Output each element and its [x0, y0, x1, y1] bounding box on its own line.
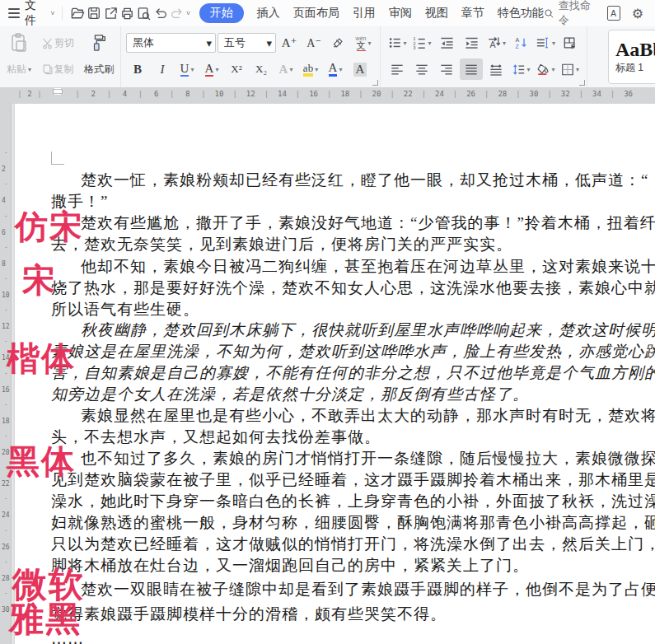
open-file-icon[interactable]: [69, 4, 86, 22]
save-icon[interactable]: [86, 4, 102, 22]
svg-text:A: A: [490, 40, 497, 49]
paragraph-group: ▾ 123▾ A▾ AZ ▾ F: [381, 26, 587, 87]
tab-page-layout[interactable]: 页面布局: [293, 6, 339, 21]
align-left-button[interactable]: [386, 58, 409, 80]
print-icon[interactable]: [119, 4, 136, 22]
h-ruler[interactable]: | 2 | 2|4|6|8|10|12|14|16|18|20|22|24|26…: [0, 87, 655, 105]
text-effects-button[interactable]: A▾: [274, 58, 297, 80]
bold-button[interactable]: B: [126, 58, 149, 80]
annotation-song: 宋: [22, 264, 57, 296]
chevron-down-icon[interactable]: ∨: [50, 10, 56, 16]
text-line: 头，不去想水声，又想起如何去找份差事做。: [51, 427, 655, 448]
text-line: 他却不知，素娘今日被冯二狗纠缠，甚至抱着压在河边草丛里，这对素娘来说十: [51, 255, 655, 277]
increase-indent-button[interactable]: [460, 32, 483, 54]
paragraph-dialog-launcher[interactable]: [579, 80, 585, 86]
font-name-select[interactable]: 黑体▾: [126, 33, 216, 53]
text-line: 素娘显然在屋里也是有些小心，不敢弄出太大的动静，那水声时有时无，楚欢将: [51, 405, 655, 427]
print-preview-icon[interactable]: [136, 4, 152, 22]
distribute-button[interactable]: [484, 58, 508, 80]
highlight-button[interactable]: ab▾: [299, 58, 322, 80]
annotation-kaiti: 楷体: [7, 342, 76, 375]
shrink-font-button[interactable]: A⁻: [302, 32, 325, 54]
text-line: 去，楚欢无奈笑笑，见到素娘进门后，便将房门关的严严实实。: [51, 234, 655, 255]
numbering-button[interactable]: 123▾: [410, 32, 433, 54]
text-line: 也不知过了多久，素娘的房门才悄悄打开一条缝隙，随后慢慢拉大，素娘微微探: [51, 448, 655, 469]
shading-icon: [536, 63, 550, 76]
copy-button: 复制: [40, 58, 76, 80]
text-line: 只以为楚欢已经睡着，这才做贼似的悄悄打开门，将洗澡水倒了出去，然后关上门，: [51, 534, 655, 555]
a-frame-icon[interactable]: A: [607, 6, 620, 21]
search-command[interactable]: 查找命令: [544, 0, 596, 28]
indent-marker[interactable]: [58, 87, 66, 104]
document-page[interactable]: 楚欢一怔，素娘粉颊却已经有些泛红，瞪了他一眼，却又抢过木桶，低声道：“撒手！”楚…: [15, 104, 655, 644]
paragraph: 秋夜幽静，楚欢回到木床躺下，很快就听到屋里水声哗哗响起来，楚欢这时候明素娘这是在…: [51, 320, 655, 405]
toolbar-more-icon[interactable]: ∨: [185, 10, 191, 16]
text-line: 所以语气有些生硬。: [51, 298, 655, 320]
paragraph-layout-button[interactable]: ▾: [534, 32, 557, 54]
tab-special-features[interactable]: 特色功能: [498, 6, 544, 21]
line-spacing-button[interactable]: ▾: [509, 58, 532, 80]
align-center-button[interactable]: [410, 58, 433, 80]
paragraph: 素娘显然在屋里也是有些小心，不敢弄出太大的动静，那水声时有时无，楚欢将头，不去想…: [51, 405, 655, 448]
hamburger-icon[interactable]: [8, 6, 20, 21]
sort-icon: AZ: [514, 36, 528, 49]
shading-button[interactable]: ▾: [534, 58, 557, 80]
font-color-button[interactable]: A▾: [324, 58, 347, 80]
justify-icon: [465, 63, 478, 76]
text-line: 楚欢有些尴尬，撒开了手，素娘没好气地道：“少管我的事！”拎着木桶，扭着纤: [51, 212, 655, 234]
underline-button[interactable]: U▾: [175, 58, 199, 80]
tab-references[interactable]: 引用: [353, 6, 376, 21]
justify-button[interactable]: [460, 58, 483, 80]
text-line: 秋夜幽静，楚欢回到木床躺下，很快就听到屋里水声哗哗响起来，楚欢这时候明: [51, 320, 655, 341]
svg-text:Z: Z: [515, 44, 519, 49]
svg-text:F: F: [571, 43, 575, 49]
undo-icon[interactable]: [152, 4, 169, 22]
grow-font-button[interactable]: A⁺: [278, 32, 301, 54]
clear-format-button[interactable]: [327, 32, 350, 54]
italic-button[interactable]: I: [151, 58, 174, 80]
text-line: ……: [51, 626, 655, 644]
subscript-button[interactable]: X₂: [250, 58, 273, 80]
table-f-icon: F: [563, 36, 578, 49]
borders-button[interactable]: ▾: [559, 58, 582, 80]
annotation-fangsong: 仿宋: [15, 210, 84, 243]
tab-view[interactable]: 视图: [425, 6, 448, 21]
style-preview: AaBb: [615, 39, 655, 60]
phonetic-guide-button[interactable]: wén文▾: [352, 32, 375, 54]
align-right-button[interactable]: [435, 58, 458, 80]
text-line: 妇就像熟透的蜜桃一般，身材匀称，细腰圆臀，酥胸饱满将那青色小褂高高撑起，砸: [51, 512, 655, 534]
table-f-button[interactable]: F: [559, 32, 582, 54]
superscript-button[interactable]: X²: [225, 58, 248, 80]
font-size-select[interactable]: 五号▾: [218, 33, 276, 53]
ruler-left-number: 2: [27, 90, 31, 98]
font-dialog-launcher[interactable]: [372, 80, 378, 86]
align-center-icon: [415, 63, 428, 76]
text-line: 楚欢一怔，素娘粉颊却已经有些泛红，瞪了他一眼，却又抢过木桶，低声道：“: [51, 170, 655, 191]
gear-icon[interactable]: ⚙: [632, 6, 643, 21]
style-gallery[interactable]: AaBb 标题 1: [608, 30, 655, 84]
document-area: 楚欢一怔，素娘粉颊却已经有些泛红，瞪了他一眼，却又抢过木桶，低声道：“撒手！”楚…: [0, 104, 655, 644]
sort-button[interactable]: AZ: [509, 32, 532, 54]
format-painter-button[interactable]: 格式刷: [82, 58, 115, 80]
text-line: 觉得素娘蹑手蹑脚模样十分的滑稽，颇有些哭笑不得。: [51, 601, 655, 626]
annotation-weiruan: 微软: [12, 567, 85, 602]
font-group: 黑体▾ 五号▾ A⁺ A⁻ wén文▾ B I U▾ A▾ X² X₂ A▾ a…: [121, 26, 381, 87]
text-direction-button[interactable]: A▾: [484, 32, 508, 54]
char-border-button[interactable]: A▾: [200, 58, 223, 80]
char-shading-button[interactable]: A: [349, 58, 372, 80]
decrease-indent-button[interactable]: [435, 32, 458, 54]
export-icon[interactable]: [103, 4, 119, 22]
ribbon: 剪切 粘贴▾ 复制 格式刷 黑体▾ 五号▾ A⁺: [0, 26, 655, 88]
paragraph: 楚欢一怔，素娘粉颊却已经有些泛红，瞪了他一眼，却又抢过木桶，低声道：“撒手！”: [51, 170, 655, 212]
text-direction-icon: A: [486, 36, 501, 49]
tab-home[interactable]: 开始: [199, 3, 244, 23]
bullets-button[interactable]: ▾: [386, 32, 409, 54]
annotation-heiti: 黑体: [7, 445, 76, 478]
text-body: 楚欢一怔，素娘粉颊却已经有些泛红，瞪了他一眼，却又抢过木桶，低声道：“撒手！”楚…: [51, 170, 655, 644]
distribute-icon: [489, 63, 503, 76]
file-menu[interactable]: 文件: [25, 0, 45, 28]
format-painter-icon[interactable]: [82, 32, 115, 54]
tab-insert[interactable]: 插入: [257, 6, 280, 21]
tab-section[interactable]: 章节: [461, 6, 484, 21]
tab-review[interactable]: 审阅: [389, 6, 412, 21]
